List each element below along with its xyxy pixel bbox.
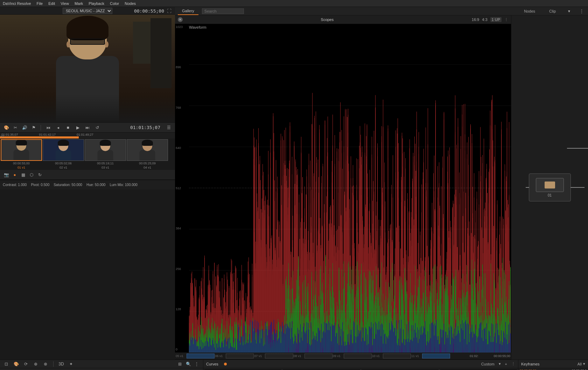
loop-btn[interactable]: ↺ bbox=[93, 124, 101, 131]
left-panel: SEOUL MUSIC - JAZZ 00:00:55;00 ⛶ bbox=[0, 7, 175, 360]
clip-selector[interactable]: SEOUL MUSIC - JAZZ bbox=[63, 8, 112, 14]
thumbnail-2[interactable]: 00:05:02;06 02 v1 bbox=[43, 139, 84, 169]
pivot-value: Pivot: 0.500 bbox=[31, 183, 49, 187]
bottom-section: ⊡ 🎨 ⟳ ⊕ ⊗ 3D ✦ ⊞ 🔍 ⋮ Color Wheels Primar… bbox=[0, 360, 588, 370]
custom-label[interactable]: Custom bbox=[481, 362, 495, 366]
menu-mark[interactable]: Mark bbox=[75, 1, 83, 6]
right-tl-label-06: 06 v1 bbox=[215, 354, 225, 358]
menu-nodes[interactable]: Nodes bbox=[125, 1, 136, 6]
v1-label: v1 bbox=[1, 134, 4, 138]
camera-icon[interactable]: 📷 bbox=[3, 171, 10, 178]
thumbnail-3[interactable]: 00:05:19;11 03 v1 bbox=[85, 139, 126, 169]
right-tl-timecode: 01:02: bbox=[450, 354, 478, 358]
node-preview[interactable] bbox=[536, 178, 564, 192]
right-panel: Gallery Nodes Clip ▾ ⋮ ✕ Scopes 16: bbox=[175, 7, 588, 360]
step-back-btn[interactable]: ◂ bbox=[54, 124, 62, 131]
cw-tool-5[interactable]: ⊗ bbox=[42, 361, 49, 368]
right-tl-clip-09[interactable] bbox=[344, 354, 372, 358]
tab-gallery[interactable]: Gallery bbox=[178, 7, 198, 15]
cw-tool-4[interactable]: ⊕ bbox=[32, 361, 39, 368]
thumb-img-2[interactable] bbox=[43, 139, 84, 161]
audio-icon[interactable]: 🔊 bbox=[21, 124, 28, 131]
right-tl-label-11: 11 v1 bbox=[411, 354, 422, 358]
more-icon[interactable]: ⋮ bbox=[578, 8, 585, 15]
right-tl-clip-07[interactable] bbox=[265, 354, 293, 358]
timeline-progress bbox=[0, 136, 79, 138]
expand-icon[interactable]: ▾ bbox=[566, 8, 573, 15]
stop-btn[interactable]: ■ bbox=[64, 124, 72, 131]
grid-icon[interactable]: ⊞ bbox=[176, 361, 183, 368]
nodes-tab[interactable]: Nodes bbox=[520, 8, 539, 14]
thumbnail-4[interactable]: 00:05:25;09 04 v1 bbox=[127, 139, 168, 169]
waveform-title: Waveform bbox=[189, 25, 206, 29]
curves-add[interactable]: + bbox=[505, 362, 507, 366]
clip-tab[interactable]: Clip bbox=[545, 8, 560, 14]
right-tl-clip-05[interactable] bbox=[187, 354, 215, 358]
record-icon[interactable]: ● bbox=[11, 171, 18, 178]
right-tl-clip-08[interactable] bbox=[304, 354, 332, 358]
menu-file[interactable]: File bbox=[37, 1, 43, 6]
go-end-btn[interactable]: ⏭ bbox=[84, 124, 91, 131]
ratio-4-3: 4:3 bbox=[482, 17, 487, 22]
thumb-img-1[interactable] bbox=[1, 139, 42, 161]
flag-icon[interactable]: ⚑ bbox=[30, 124, 37, 131]
thumb-img-4[interactable] bbox=[127, 139, 168, 161]
thumb-label-3: 00:05:19;11 bbox=[97, 162, 114, 165]
trim-icon[interactable]: ✂ bbox=[12, 124, 19, 131]
preview-timecode: 00:00:55;00 ⛶ bbox=[134, 7, 172, 15]
cw-tool-6[interactable]: 3D bbox=[58, 361, 65, 368]
thumb-label-4: 00:05:25;09 bbox=[139, 162, 156, 165]
fullscreen-icon[interactable]: ⛶ bbox=[167, 8, 172, 14]
metadata-icon[interactable]: ☰ bbox=[165, 124, 172, 131]
cw-tool-3[interactable]: ⟳ bbox=[22, 361, 29, 368]
scopes-header: ✕ Scopes 16:9 4:3 1 UP ⋮ bbox=[175, 15, 511, 24]
menu-playback[interactable]: Playback bbox=[89, 1, 104, 6]
thumbnail-1[interactable]: 00:00:55;00 01 v1 bbox=[1, 139, 42, 169]
color-tool-icon[interactable]: 🎨 bbox=[3, 124, 10, 131]
right-tl-clip-10[interactable] bbox=[383, 354, 411, 358]
scope-more-icon[interactable]: ⋮ bbox=[504, 17, 508, 22]
go-start-btn[interactable]: ⏮ bbox=[44, 124, 52, 131]
right-timeline: 05 v1 06 v1 07 v1 08 v1 09 v1 10 v1 11 v… bbox=[175, 353, 511, 360]
curves-more[interactable]: ⋮ bbox=[511, 362, 515, 366]
thumbnail-strip: 00:00:55;00 01 v1 00:05:02;06 02 v1 bbox=[0, 138, 175, 170]
timeline-strip[interactable]: 01:01:35;07 01:01:42;17 01:01:49;27 v1 bbox=[0, 132, 175, 138]
menu-color[interactable]: Color bbox=[110, 1, 119, 6]
curves-active-dot bbox=[224, 363, 227, 365]
separator1 bbox=[41, 125, 41, 130]
more-icon2[interactable]: ⋮ bbox=[193, 361, 200, 368]
keyframes-timecodes: 00:00:32;00 00:00:32;0 bbox=[518, 368, 588, 370]
scope-close-btn[interactable]: ✕ bbox=[178, 17, 183, 22]
menu-view[interactable]: View bbox=[61, 1, 69, 6]
hue-value: Hue: 50.000 bbox=[86, 183, 106, 187]
cw-tool-2[interactable]: 🎨 bbox=[13, 361, 20, 368]
wf-label-896: 896 bbox=[176, 65, 188, 69]
menu-edit[interactable]: Edit bbox=[48, 1, 55, 6]
cw-tool-1[interactable]: ⊡ bbox=[3, 361, 10, 368]
right-tl-label-09: 09 v1 bbox=[333, 354, 343, 358]
wf-label-640: 640 bbox=[176, 146, 188, 150]
right-tl-label-07: 07 v1 bbox=[254, 354, 265, 358]
refresh-icon[interactable]: ↻ bbox=[36, 171, 43, 178]
saturation-value: Saturation: 50.000 bbox=[54, 183, 82, 187]
curves-expand[interactable]: ▾ bbox=[499, 362, 501, 366]
right-tl-clip-06[interactable] bbox=[226, 354, 254, 358]
color-wheels-header: ⊡ 🎨 ⟳ ⊕ ⊗ 3D ✦ ⊞ 🔍 ⋮ bbox=[0, 360, 203, 368]
search-icon[interactable]: 🔍 bbox=[185, 361, 192, 368]
keyframes-expand[interactable]: ▾ bbox=[583, 362, 585, 366]
thumb-img-3[interactable] bbox=[85, 139, 126, 161]
preview-image bbox=[0, 15, 175, 122]
keyframes-panel: Keyframes All ▾ 00:00:32;00 00:00:32;0 M… bbox=[518, 360, 588, 370]
histogram-icon[interactable]: ▦ bbox=[20, 171, 27, 178]
nodes-icon[interactable]: ⬡ bbox=[28, 171, 35, 178]
right-tl-clip-11[interactable] bbox=[422, 354, 450, 358]
cw-tool-7[interactable]: ✦ bbox=[68, 361, 75, 368]
transport-bar: 🎨 ✂ 🔊 ⚑ ⏮ ◂ ■ ▶ ⏭ ↺ 01:01:35;07 ☰ bbox=[0, 122, 175, 132]
gallery-search[interactable] bbox=[202, 8, 244, 14]
cw-separator bbox=[53, 361, 54, 367]
play-btn[interactable]: ▶ bbox=[74, 124, 82, 131]
scope-1up[interactable]: 1 UP bbox=[490, 17, 502, 22]
menu-davinci[interactable]: DaVinci Resolve bbox=[3, 1, 31, 6]
node-box[interactable]: 01 bbox=[529, 173, 571, 201]
keyframes-all[interactable]: All bbox=[578, 362, 582, 366]
